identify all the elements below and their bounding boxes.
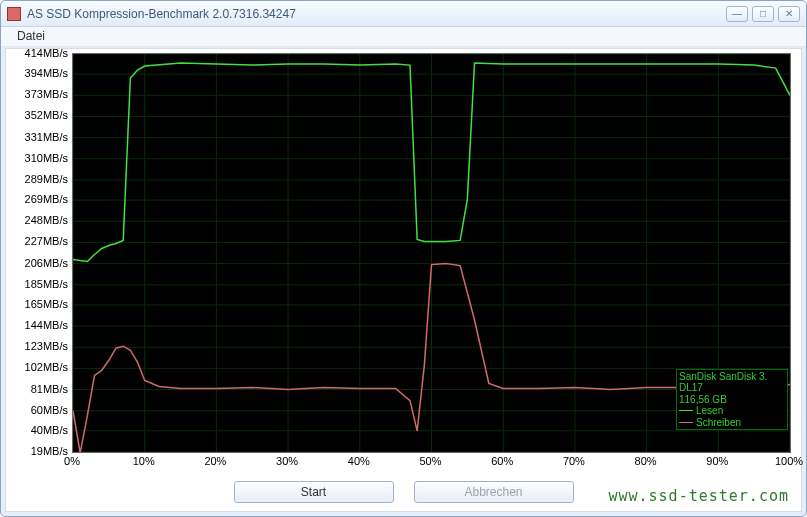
- legend-write: Schreiben: [696, 417, 741, 429]
- plot-area: SanDisk SanDisk 3. DL17 116,56 GB Lesen …: [72, 53, 791, 453]
- legend-capacity: 116,56 GB: [679, 394, 785, 406]
- legend-swatch-write: [679, 422, 693, 423]
- y-tick-label: 289MB/s: [25, 173, 68, 185]
- start-button[interactable]: Start: [234, 481, 394, 503]
- client-area: 19MB/s40MB/s60MB/s81MB/s102MB/s123MB/s14…: [5, 48, 802, 512]
- y-tick-label: 352MB/s: [25, 109, 68, 121]
- x-tick-label: 10%: [133, 455, 155, 467]
- y-tick-label: 269MB/s: [25, 193, 68, 205]
- y-tick-label: 248MB/s: [25, 214, 68, 226]
- y-tick-label: 227MB/s: [25, 235, 68, 247]
- y-tick-label: 373MB/s: [25, 88, 68, 100]
- maximize-button[interactable]: □: [752, 6, 774, 22]
- titlebar[interactable]: AS SSD Kompression-Benchmark 2.0.7316.34…: [1, 1, 806, 27]
- y-tick-label: 206MB/s: [25, 257, 68, 269]
- y-tick-label: 185MB/s: [25, 278, 68, 290]
- x-tick-label: 40%: [348, 455, 370, 467]
- window-title: AS SSD Kompression-Benchmark 2.0.7316.34…: [27, 7, 726, 21]
- watermark: www.ssd-tester.com: [608, 487, 789, 505]
- app-icon: [7, 7, 21, 21]
- y-tick-label: 331MB/s: [25, 131, 68, 143]
- x-axis: 0%10%20%30%40%50%60%70%80%90%100%: [72, 455, 791, 473]
- legend-device-2: DL17: [679, 382, 785, 394]
- legend-device-1: SanDisk SanDisk 3.: [679, 371, 785, 383]
- x-tick-label: 20%: [204, 455, 226, 467]
- y-tick-label: 165MB/s: [25, 298, 68, 310]
- y-tick-label: 394MB/s: [25, 67, 68, 79]
- x-tick-label: 90%: [706, 455, 728, 467]
- x-tick-label: 30%: [276, 455, 298, 467]
- y-tick-label: 19MB/s: [31, 445, 68, 457]
- y-tick-label: 40MB/s: [31, 424, 68, 436]
- y-axis: 19MB/s40MB/s60MB/s81MB/s102MB/s123MB/s14…: [12, 53, 70, 453]
- y-tick-label: 81MB/s: [31, 383, 68, 395]
- legend: SanDisk SanDisk 3. DL17 116,56 GB Lesen …: [676, 369, 788, 431]
- x-tick-label: 80%: [635, 455, 657, 467]
- y-tick-label: 123MB/s: [25, 340, 68, 352]
- abort-button: Abbrechen: [414, 481, 574, 503]
- chart: 19MB/s40MB/s60MB/s81MB/s102MB/s123MB/s14…: [12, 53, 795, 473]
- legend-swatch-read: [679, 410, 693, 411]
- x-tick-label: 0%: [64, 455, 80, 467]
- x-tick-label: 70%: [563, 455, 585, 467]
- y-tick-label: 310MB/s: [25, 152, 68, 164]
- y-tick-label: 60MB/s: [31, 404, 68, 416]
- x-tick-label: 100%: [775, 455, 803, 467]
- menubar: Datei: [1, 27, 806, 47]
- y-tick-label: 144MB/s: [25, 319, 68, 331]
- window-frame: AS SSD Kompression-Benchmark 2.0.7316.34…: [0, 0, 807, 517]
- y-tick-label: 102MB/s: [25, 361, 68, 373]
- minimize-button[interactable]: —: [726, 6, 748, 22]
- x-tick-label: 50%: [419, 455, 441, 467]
- close-button[interactable]: ✕: [778, 6, 800, 22]
- y-tick-label: 414MB/s: [25, 47, 68, 59]
- menu-file[interactable]: Datei: [11, 27, 51, 45]
- legend-read: Lesen: [696, 405, 723, 417]
- x-tick-label: 60%: [491, 455, 513, 467]
